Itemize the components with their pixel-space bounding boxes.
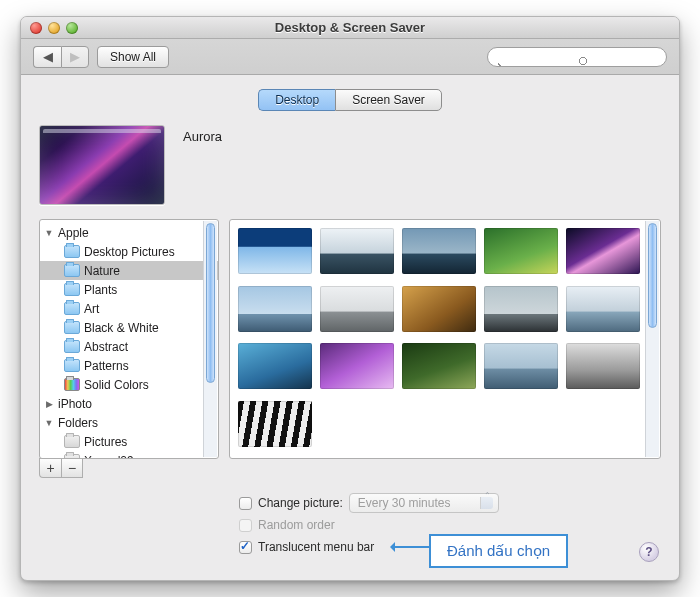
sidebar-item[interactable]: Nature (40, 261, 218, 280)
folder-icon (64, 302, 80, 315)
sidebar-item[interactable]: Black & White (40, 318, 218, 337)
toolbar: ◀ ▶ Show All (21, 39, 679, 75)
wallpaper-thumbnail[interactable] (402, 228, 476, 274)
wallpaper-thumbnail[interactable] (402, 343, 476, 389)
change-picture-label: Change picture: (258, 496, 343, 510)
window-title: Desktop & Screen Saver (21, 20, 679, 35)
wallpaper-thumbnail[interactable] (484, 286, 558, 332)
wallpaper-thumbnail[interactable] (238, 401, 312, 447)
thumbnail-grid[interactable] (229, 219, 661, 459)
sidebar-scrollbar[interactable] (203, 221, 217, 457)
translucent-menubar-checkbox[interactable] (239, 541, 252, 554)
add-folder-button[interactable]: + (39, 458, 61, 478)
preferences-window: Desktop & Screen Saver ◀ ▶ Show All Desk… (20, 16, 680, 581)
forward-button: ▶ (61, 46, 89, 68)
wallpaper-thumbnail[interactable] (484, 228, 558, 274)
folder-icon (64, 378, 80, 391)
folder-icon (64, 245, 80, 258)
folder-icon (64, 264, 80, 277)
sidebar-item[interactable]: Solid Colors (40, 375, 218, 394)
wallpaper-thumbnail[interactable] (484, 343, 558, 389)
sidebar-item[interactable]: Abstract (40, 337, 218, 356)
folder-icon (64, 435, 80, 448)
folder-icon (64, 359, 80, 372)
interval-popup[interactable]: Every 30 minutes (349, 493, 499, 513)
folder-icon (64, 283, 80, 296)
wallpaper-thumbnail[interactable] (566, 228, 640, 274)
random-order-checkbox (239, 519, 252, 532)
random-order-label: Random order (258, 518, 335, 532)
show-all-button[interactable]: Show All (97, 46, 169, 68)
sidebar-group[interactable]: ▼Apple (40, 223, 218, 242)
sidebar-item[interactable]: Desktop Pictures (40, 242, 218, 261)
folder-icon (64, 340, 80, 353)
tab-screensaver[interactable]: Screen Saver (335, 89, 442, 111)
change-picture-checkbox[interactable] (239, 497, 252, 510)
translucent-menubar-label: Translucent menu bar (258, 540, 374, 554)
search-input[interactable] (487, 47, 667, 67)
annotation-callout: Đánh dấu chọn (429, 534, 568, 568)
folder-icon (64, 454, 80, 458)
wallpaper-thumbnail[interactable] (402, 286, 476, 332)
wallpaper-thumbnail[interactable] (238, 228, 312, 274)
back-button[interactable]: ◀ (33, 46, 61, 68)
wallpaper-thumbnail[interactable] (320, 286, 394, 332)
sidebar-group[interactable]: ▶iPhoto (40, 394, 218, 413)
wallpaper-thumbnail[interactable] (566, 343, 640, 389)
sidebar-group[interactable]: ▼Folders (40, 413, 218, 432)
wallpaper-thumbnail[interactable] (320, 228, 394, 274)
folder-icon (64, 321, 80, 334)
source-list[interactable]: ▼AppleDesktop PicturesNaturePlantsArtBla… (39, 219, 219, 459)
wallpaper-thumbnail[interactable] (320, 343, 394, 389)
grid-scrollbar[interactable] (645, 221, 659, 457)
wallpaper-preview (39, 125, 165, 205)
sidebar-item[interactable]: Art (40, 299, 218, 318)
remove-folder-button[interactable]: − (61, 458, 83, 478)
help-button[interactable]: ? (639, 542, 659, 562)
sidebar-item[interactable]: Xmas '09 (40, 451, 218, 458)
sidebar-item[interactable]: Pictures (40, 432, 218, 451)
sidebar-item[interactable]: Patterns (40, 356, 218, 375)
content: Desktop Screen Saver Aurora ▼AppleDeskto… (21, 75, 679, 580)
wallpaper-name: Aurora (183, 125, 222, 144)
wallpaper-thumbnail[interactable] (238, 286, 312, 332)
wallpaper-thumbnail[interactable] (238, 343, 312, 389)
wallpaper-thumbnail[interactable] (566, 286, 640, 332)
tab-desktop[interactable]: Desktop (258, 89, 335, 111)
titlebar: Desktop & Screen Saver (21, 17, 679, 39)
sidebar-item[interactable]: Plants (40, 280, 218, 299)
